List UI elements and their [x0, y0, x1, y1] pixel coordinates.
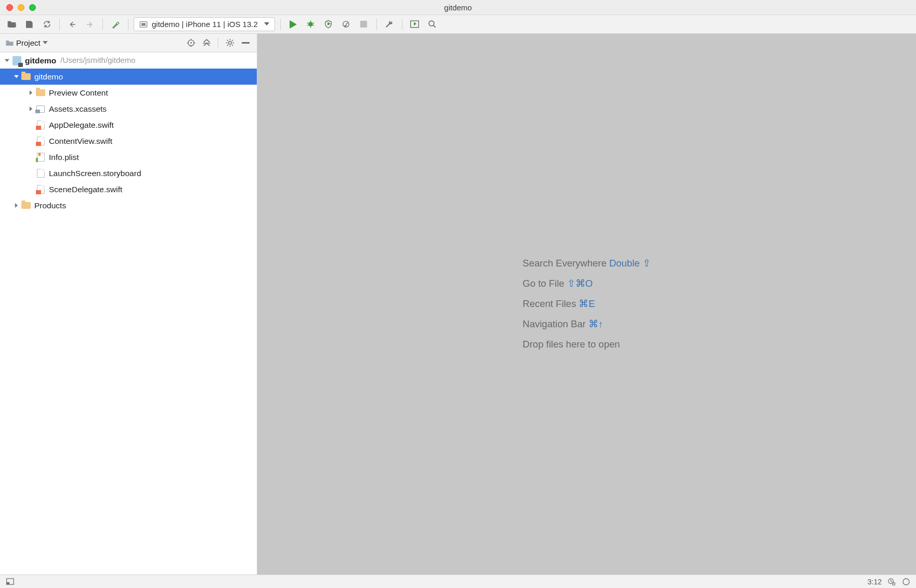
tree-item[interactable]: ContentView.swift — [0, 133, 257, 149]
forward-button[interactable] — [83, 18, 97, 31]
status-bar: 3:12 — [0, 574, 916, 588]
tree-item[interactable]: AppDelegate.swift — [0, 117, 257, 133]
file-icon — [35, 169, 46, 178]
tree-module[interactable]: gitdemo — [0, 69, 257, 85]
assets-icon — [35, 104, 46, 114]
chevron-down-icon — [264, 22, 269, 26]
svg-rect-12 — [242, 42, 250, 44]
project-icon — [11, 56, 22, 65]
open-file-button[interactable] — [4, 18, 19, 31]
target-icon — [139, 21, 148, 28]
swift-icon — [35, 137, 46, 146]
expand-all-button[interactable] — [200, 37, 213, 49]
tool-window-quick-access-button[interactable] — [5, 577, 15, 586]
minimize-window-button[interactable] — [18, 4, 24, 11]
project-panel-label: Project — [16, 38, 41, 47]
panel-settings-button[interactable] — [224, 37, 236, 49]
tree-item-label: Assets.xcassets — [49, 104, 107, 113]
chevron-down-icon[interactable] — [3, 57, 10, 64]
run-configuration-selector[interactable]: gitdemo | iPhone 11 | iOS 13.2 — [134, 17, 275, 31]
toolbar-separator — [280, 19, 281, 30]
tree-item-label: Info.plist — [49, 153, 79, 162]
project-view-selector[interactable]: Project — [5, 38, 48, 47]
project-panel-header: Project — [0, 34, 257, 52]
tree-item-label: AppDelegate.swift — [49, 121, 114, 129]
swift-icon — [35, 185, 46, 194]
header-separator — [218, 38, 218, 48]
titlebar: gitdemo — [0, 0, 916, 15]
run-button[interactable] — [286, 18, 300, 31]
tree-module-name: gitdemo — [34, 72, 63, 81]
swift-icon — [35, 121, 46, 130]
reload-button[interactable] — [40, 18, 54, 31]
tree-item-label: SceneDelegate.swift — [49, 185, 122, 194]
tree-item-label: ContentView.swift — [49, 137, 112, 145]
editor-tips: Search Everywhere Double ⇧ Go to File ⇧⌘… — [522, 253, 650, 354]
tree-products[interactable]: Products — [0, 197, 257, 213]
wrench-button[interactable] — [382, 18, 397, 31]
tree-root-path: /Users/jsmith/gitdemo — [60, 56, 135, 65]
tip-goto-file: Go to File ⇧⌘O — [522, 274, 650, 294]
tree-root-name: gitdemo — [25, 56, 56, 65]
tree-products-name: Products — [34, 201, 66, 210]
tree-item[interactable]: Preview Content — [0, 85, 257, 101]
svg-rect-2 — [141, 23, 146, 25]
toolbar-separator — [402, 19, 402, 30]
project-sidebar: Project gitdem — [0, 34, 257, 574]
main-toolbar: gitdemo | iPhone 11 | iOS 13.2 — [0, 15, 916, 34]
svg-point-3 — [309, 22, 313, 26]
save-all-button[interactable] — [22, 18, 36, 31]
folder-icon — [21, 201, 31, 210]
window-controls — [6, 4, 36, 11]
folder-icon — [5, 39, 14, 47]
tip-drop-files: Drop files here to open — [522, 335, 650, 355]
debug-button[interactable] — [304, 18, 318, 31]
svg-rect-17 — [903, 579, 909, 585]
memory-indicator-button[interactable] — [901, 577, 911, 586]
tree-item-label: Preview Content — [49, 88, 108, 97]
stop-button[interactable] — [357, 18, 371, 31]
tree-item[interactable]: LaunchScreen.storyboard — [0, 165, 257, 181]
chevron-right-icon[interactable] — [27, 89, 34, 97]
plist-icon — [35, 153, 46, 162]
tip-navigation-bar: Navigation Bar ⌘↑ — [522, 314, 650, 335]
coverage-button[interactable] — [321, 18, 336, 31]
background-tasks-button[interactable] — [887, 577, 896, 586]
folder-icon — [35, 88, 46, 98]
chevron-right-icon[interactable] — [27, 105, 34, 113]
run-configuration-text: gitdemo | iPhone 11 | iOS 13.2 — [152, 20, 258, 29]
editor-empty-state[interactable]: Search Everywhere Double ⇧ Go to File ⇧⌘… — [257, 34, 916, 574]
search-everywhere-button[interactable] — [425, 18, 440, 31]
chevron-right-icon[interactable] — [12, 202, 20, 209]
hide-panel-button[interactable] — [239, 37, 252, 49]
locate-file-button[interactable] — [185, 37, 197, 49]
back-button[interactable] — [65, 18, 80, 31]
chevron-down-icon[interactable] — [12, 73, 20, 81]
svg-rect-0 — [28, 21, 30, 23]
tree-item[interactable]: Assets.xcassets — [0, 101, 257, 117]
profile-button[interactable] — [339, 18, 354, 31]
toolbar-separator — [376, 19, 377, 30]
close-window-button[interactable] — [6, 4, 13, 11]
svg-point-9 — [190, 42, 192, 44]
tree-item[interactable]: Info.plist — [0, 149, 257, 165]
layout-button[interactable] — [408, 18, 422, 31]
toolbar-separator — [128, 19, 128, 30]
toolbar-separator — [102, 19, 103, 30]
window-title: gitdemo — [0, 3, 916, 12]
project-tree[interactable]: gitdemo /Users/jsmith/gitdemo gitdemo Pr… — [0, 52, 257, 574]
build-button[interactable] — [108, 18, 123, 31]
main-split: Project gitdem — [0, 34, 916, 574]
folder-icon — [21, 72, 31, 82]
tree-item-label: LaunchScreen.storyboard — [49, 169, 141, 178]
svg-rect-14 — [6, 582, 9, 584]
tip-search: Search Everywhere Double ⇧ — [522, 253, 650, 274]
svg-point-11 — [228, 42, 231, 45]
tree-item[interactable]: SceneDelegate.swift — [0, 181, 257, 197]
svg-rect-5 — [360, 21, 367, 28]
chevron-down-icon — [43, 41, 48, 45]
svg-point-7 — [429, 21, 434, 26]
tip-recent-files: Recent Files ⌘E — [522, 294, 650, 314]
tree-root[interactable]: gitdemo /Users/jsmith/gitdemo — [0, 52, 257, 69]
zoom-window-button[interactable] — [29, 4, 36, 11]
